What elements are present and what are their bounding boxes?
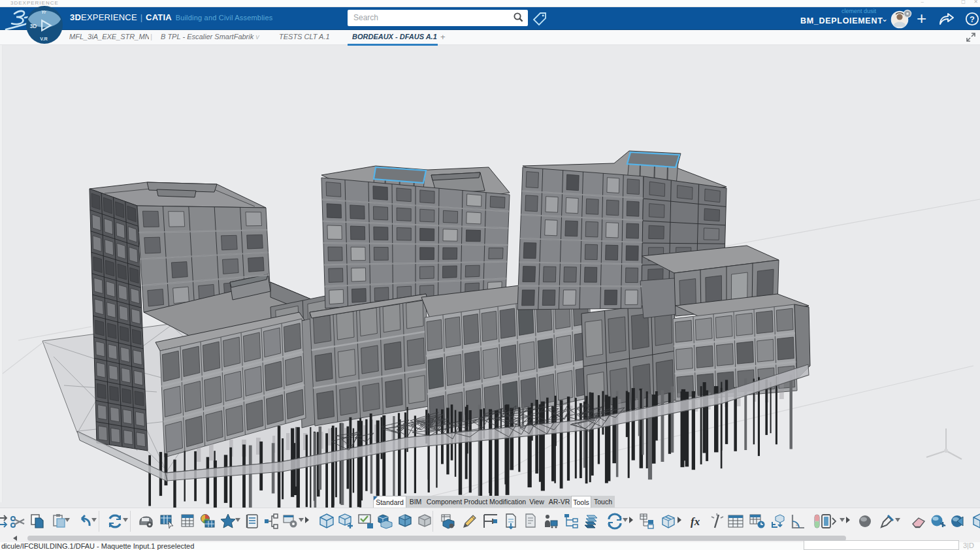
svg-text:=: = — [796, 523, 798, 527]
svg-text:?: ? — [970, 14, 975, 24]
svg-text:Yr: Yr — [41, 10, 46, 14]
svg-text:V.R: V.R — [40, 36, 48, 42]
svg-text:fx: fx — [691, 515, 700, 528]
svg-text:3D: 3D — [30, 24, 37, 29]
